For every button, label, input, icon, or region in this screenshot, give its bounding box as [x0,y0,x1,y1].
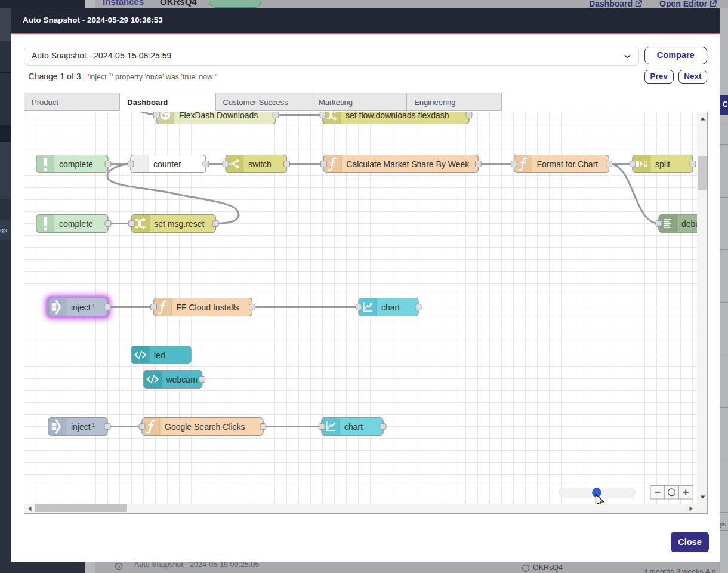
svg-text:split: split [655,159,670,168]
svg-text:Google Search Clicks: Google Search Clicks [165,421,245,431]
svg-text:chart: chart [344,421,363,431]
svg-text:FlexDash Downloads: FlexDash Downloads [179,112,258,120]
svg-text:set msg.reset: set msg.reset [154,218,204,228]
svg-text:set flow.downloads.flexdash: set flow.downloads.flexdash [346,112,449,120]
svg-text:counter: counter [153,159,181,168]
svg-text:Format for Chart: Format for Chart [537,159,599,168]
svg-text:complete: complete [59,218,93,228]
svg-text:switch: switch [248,159,272,168]
svg-text:led: led [154,350,165,359]
svg-text:chart: chart [381,302,400,312]
svg-text:FF Cloud Installs: FF Cloud Installs [177,302,239,312]
svg-text:debug: debug [681,218,697,228]
svg-text:complete: complete [59,159,93,168]
svg-text:webcam: webcam [166,374,198,384]
svg-text:Calculate Market Share By Week: Calculate Market Share By Week [346,159,470,168]
